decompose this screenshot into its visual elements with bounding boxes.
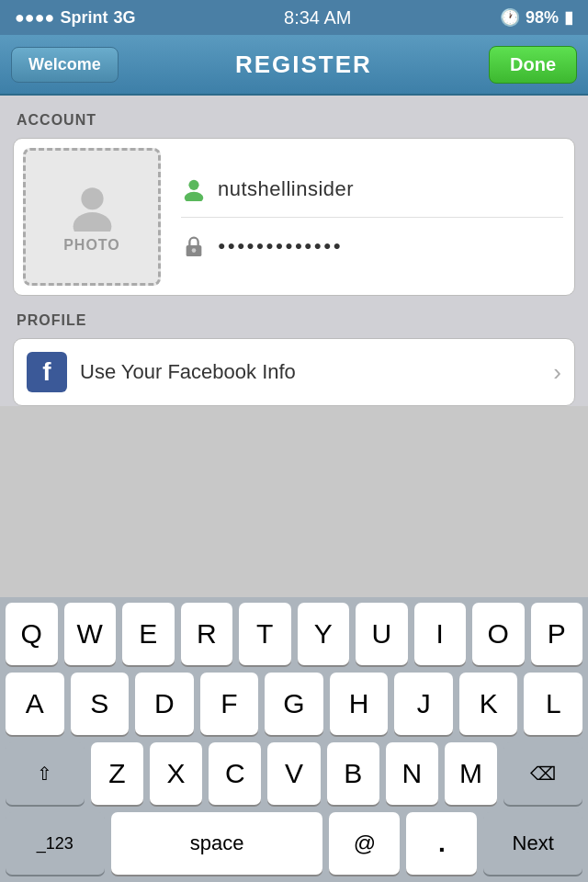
profile-section: PROFILE f Use Your Facebook Info › [13,312,575,406]
done-button[interactable]: Done [489,46,577,84]
key-x[interactable]: X [150,742,202,805]
keyboard: Q W E R T Y U I O P A S D F G H J K L ⇧ … [0,597,588,882]
svg-point-0 [81,187,103,209]
facebook-label: Use Your Facebook Info [80,360,540,384]
account-card: PHOTO nutshellinsider [13,138,575,296]
key-u[interactable]: U [356,603,408,665]
key-s[interactable]: S [71,673,130,735]
key-c[interactable]: C [209,742,261,805]
symbol-key[interactable]: _123 [6,812,105,875]
time-display: 8:34 AM [284,7,351,28]
backspace-key[interactable]: ⌫ [503,742,582,805]
svg-point-2 [188,179,198,189]
shift-key[interactable]: ⇧ [6,742,85,805]
key-w[interactable]: W [64,603,117,665]
period-key[interactable]: . [406,812,477,875]
key-g[interactable]: G [265,673,323,735]
key-d[interactable]: D [135,673,194,735]
carrier-name: Sprint [61,8,108,28]
username-value: nutshellinsider [218,177,354,201]
profile-section-label: PROFILE [17,312,575,329]
key-k[interactable]: K [459,673,518,735]
battery-icon: ▮ [564,7,573,28]
clock-icon: 🕐 [500,7,520,28]
keyboard-row-2: A S D F G H J K L [0,667,588,737]
facebook-icon: f [27,352,67,392]
key-m[interactable]: M [445,742,497,805]
key-r[interactable]: R [181,603,233,665]
account-fields: nutshellinsider ●●●●●●●●●●●●● [170,139,574,295]
key-t[interactable]: T [239,603,291,665]
at-key[interactable]: @ [329,812,400,875]
username-field-row[interactable]: nutshellinsider [181,162,563,218]
key-e[interactable]: E [122,603,175,665]
status-bar: ●●●● Sprint 3G 8:34 AM 🕐 98% ▮ [0,0,588,35]
page-title: REGISTER [235,51,372,79]
key-p[interactable]: P [531,603,583,665]
battery-info: 🕐 98% ▮ [500,7,573,28]
carrier-info: ●●●● Sprint 3G [15,8,136,28]
keyboard-row-1: Q W E R T Y U I O P [0,597,588,667]
main-content: ACCOUNT PHOTO nutshellinsider [0,96,588,406]
account-section-label: ACCOUNT [17,112,575,129]
key-f[interactable]: F [200,673,259,735]
key-v[interactable]: V [267,742,320,805]
network-type: 3G [114,8,136,28]
key-i[interactable]: I [414,603,467,665]
lock-icon [181,232,207,258]
signal-bars: ●●●● [15,8,55,28]
key-n[interactable]: N [386,742,438,805]
key-o[interactable]: O [472,603,525,665]
keyboard-row-3: ⇧ Z X C V B N M ⌫ [0,737,588,807]
space-key[interactable]: space [111,812,323,875]
password-field-row[interactable]: ●●●●●●●●●●●●● [181,218,563,273]
next-key[interactable]: Next [483,812,582,875]
svg-point-5 [192,248,197,253]
svg-point-1 [73,212,111,232]
back-button[interactable]: Welcome [11,47,119,83]
photo-upload-area[interactable]: PHOTO [23,148,161,286]
key-h[interactable]: H [330,673,389,735]
key-a[interactable]: A [6,673,64,735]
header: Welcome REGISTER Done [0,35,588,96]
key-l[interactable]: L [524,673,582,735]
key-y[interactable]: Y [298,603,350,665]
key-q[interactable]: Q [6,603,58,665]
person-placeholder-icon [67,181,118,232]
user-icon [181,176,207,202]
key-z[interactable]: Z [91,742,143,805]
keyboard-bottom-row: _123 space @ . Next [0,807,588,882]
battery-percent: 98% [526,8,559,28]
facebook-row[interactable]: f Use Your Facebook Info › [13,338,575,406]
svg-point-3 [185,191,203,200]
key-j[interactable]: J [394,673,453,735]
password-value: ●●●●●●●●●●●●● [218,238,343,253]
chevron-right-icon: › [553,358,561,387]
photo-label: PHOTO [63,237,120,254]
key-b[interactable]: B [327,742,379,805]
